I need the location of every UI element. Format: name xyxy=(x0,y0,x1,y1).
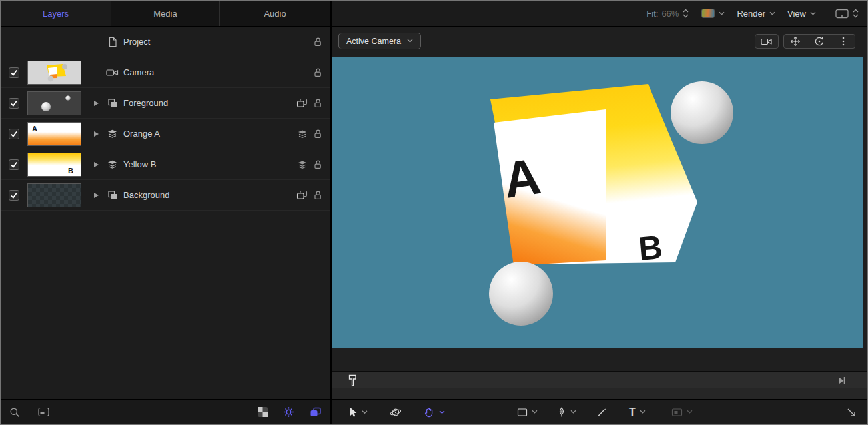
play-range-out-marker[interactable] xyxy=(838,376,846,385)
transparency-checker-icon[interactable] xyxy=(258,407,268,417)
disclosure-triangle[interactable] xyxy=(94,193,99,198)
layer-visibility-checkbox[interactable] xyxy=(9,67,19,78)
tab-audio-label: Audio xyxy=(264,9,286,19)
tab-layers-label: Layers xyxy=(43,9,69,19)
lock-icon[interactable] xyxy=(314,190,322,200)
display-icon xyxy=(835,9,849,19)
media-clip-icon[interactable] xyxy=(296,190,308,200)
mask-tool-disabled[interactable] xyxy=(671,408,693,417)
select-tool[interactable] xyxy=(348,406,368,418)
lock-icon[interactable] xyxy=(314,129,322,139)
layer-visibility-checkbox[interactable] xyxy=(9,129,19,139)
blend-mode-icon[interactable] xyxy=(297,129,308,139)
camera-select-button[interactable]: Active Camera xyxy=(338,33,421,49)
pan-hand-tool[interactable] xyxy=(424,406,445,418)
timeline-gap xyxy=(332,348,867,371)
chevron-down-icon xyxy=(407,39,413,43)
canvas-panel: Fit: 66% Render View xyxy=(332,1,867,424)
mask-icon xyxy=(671,408,683,417)
render-menu-label: Render xyxy=(737,9,765,19)
layer-row-project[interactable]: Project xyxy=(1,27,330,57)
layer-row-orange-a[interactable]: A Orange A xyxy=(1,119,330,149)
checkmark-icon xyxy=(10,161,18,169)
canvas-top-toolbar: Fit: 66% Render View xyxy=(332,1,867,27)
paint-stroke-tool[interactable] xyxy=(597,407,607,417)
layer-thumbnail xyxy=(27,61,81,85)
lock-icon[interactable] xyxy=(314,67,322,77)
show-layers-icon[interactable] xyxy=(310,407,322,418)
scene-render: B A xyxy=(332,57,863,348)
zoom-value: 66% xyxy=(661,9,679,19)
pen-nib-icon xyxy=(557,407,566,418)
letter-a[interactable]: A xyxy=(500,147,544,209)
layers-panel: Layers Media Audio Project xyxy=(1,1,332,424)
canvas-viewport[interactable]: B A xyxy=(332,57,863,348)
disclosure-triangle[interactable] xyxy=(94,162,99,167)
mini-timeline[interactable] xyxy=(332,371,867,388)
expand-timeline-button[interactable] xyxy=(846,407,857,418)
layer-icon xyxy=(107,159,118,169)
bezier-pen-tool[interactable] xyxy=(557,407,576,418)
chevron-down-icon xyxy=(810,11,816,16)
orbit-sphere-icon xyxy=(389,407,402,418)
chevron-down-icon xyxy=(769,11,775,16)
lock-icon[interactable] xyxy=(314,37,322,47)
camera-select-label: Active Camera xyxy=(346,37,401,46)
media-clip-icon[interactable] xyxy=(296,98,308,108)
layer-thumbnail: A xyxy=(27,122,81,146)
checkmark-icon xyxy=(10,191,18,199)
layer-row-yellow-b[interactable]: B Yellow B xyxy=(1,149,330,180)
blend-mode-icon[interactable] xyxy=(297,160,308,169)
checkmark-icon xyxy=(10,130,18,138)
layer-row-background[interactable]: Background xyxy=(1,180,330,211)
tab-media[interactable]: Media xyxy=(111,1,219,26)
zoom-control[interactable]: Fit: 66% xyxy=(646,8,689,19)
chevron-down-icon xyxy=(362,410,368,414)
layer-visibility-checkbox[interactable] xyxy=(9,159,19,170)
color-well[interactable] xyxy=(701,9,725,18)
layer-icon xyxy=(107,129,118,139)
chevron-down-icon xyxy=(570,410,576,414)
disclosure-triangle[interactable] xyxy=(94,101,99,106)
search-icon[interactable] xyxy=(9,407,20,418)
orbit-view-button[interactable] xyxy=(807,34,831,49)
layer-label: Orange A xyxy=(123,129,160,139)
fit-view-icon[interactable] xyxy=(38,407,49,417)
stepper-icon[interactable] xyxy=(682,8,689,19)
layer-thumbnail: B xyxy=(27,153,81,177)
lock-icon[interactable] xyxy=(314,159,322,169)
canvas-area[interactable]: B A xyxy=(332,57,867,348)
group-icon xyxy=(107,190,118,201)
view-menu[interactable]: View xyxy=(787,9,816,19)
shape-rectangle-tool[interactable] xyxy=(517,408,538,417)
display-select-control[interactable] xyxy=(835,8,859,19)
transform-3d-tool[interactable] xyxy=(389,407,402,418)
layer-thumbnail xyxy=(27,91,81,115)
timeline-scrollbar[interactable] xyxy=(332,388,867,400)
gear-icon[interactable] xyxy=(283,406,294,418)
scene-camera-button[interactable] xyxy=(755,34,779,49)
view-menu-label: View xyxy=(787,9,806,19)
view-options-button[interactable] xyxy=(831,34,855,49)
layers-panel-toolbar xyxy=(1,399,330,424)
text-tool[interactable]: T xyxy=(629,407,646,418)
layer-row-foreground[interactable]: Foreground xyxy=(1,88,330,119)
lock-icon[interactable] xyxy=(314,98,322,108)
tab-audio[interactable]: Audio xyxy=(219,1,330,26)
sphere-top[interactable] xyxy=(671,81,733,144)
disclosure-triangle[interactable] xyxy=(94,131,99,137)
layer-label: Yellow B xyxy=(123,159,156,169)
sphere-bottom[interactable] xyxy=(489,262,553,326)
group-icon xyxy=(107,98,118,109)
camera-icon xyxy=(106,68,119,77)
layer-visibility-checkbox[interactable] xyxy=(9,190,19,201)
render-menu[interactable]: Render xyxy=(737,9,775,19)
play-range-in-marker[interactable] xyxy=(348,374,357,387)
layer-visibility-checkbox[interactable] xyxy=(9,98,19,109)
pan-view-button[interactable] xyxy=(783,34,807,49)
tab-layers[interactable]: Layers xyxy=(1,1,111,26)
orbit-icon xyxy=(814,36,825,47)
letter-b[interactable]: B xyxy=(637,228,664,268)
svg-text:A: A xyxy=(32,124,37,132)
layer-row-camera[interactable]: Camera xyxy=(1,57,330,88)
